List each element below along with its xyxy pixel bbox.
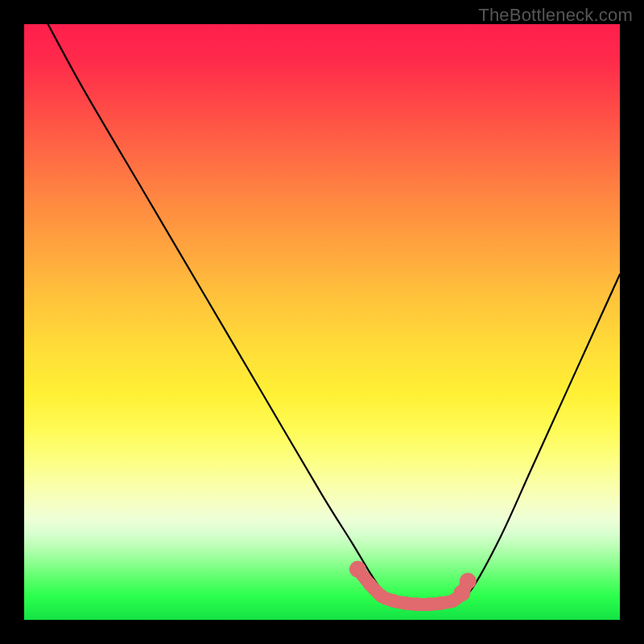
svg-point-2: [375, 589, 388, 602]
optimal-zone-marks: [24, 24, 620, 620]
svg-point-10: [460, 573, 476, 589]
svg-point-1: [363, 578, 376, 591]
watermark-text: TheBottleneck.com: [478, 5, 633, 26]
svg-point-3: [387, 594, 400, 607]
svg-point-0: [349, 561, 365, 577]
svg-point-5: [411, 598, 423, 611]
chart-area: [24, 24, 620, 620]
svg-point-6: [423, 598, 436, 611]
svg-point-7: [435, 597, 448, 609]
svg-point-4: [399, 597, 412, 609]
